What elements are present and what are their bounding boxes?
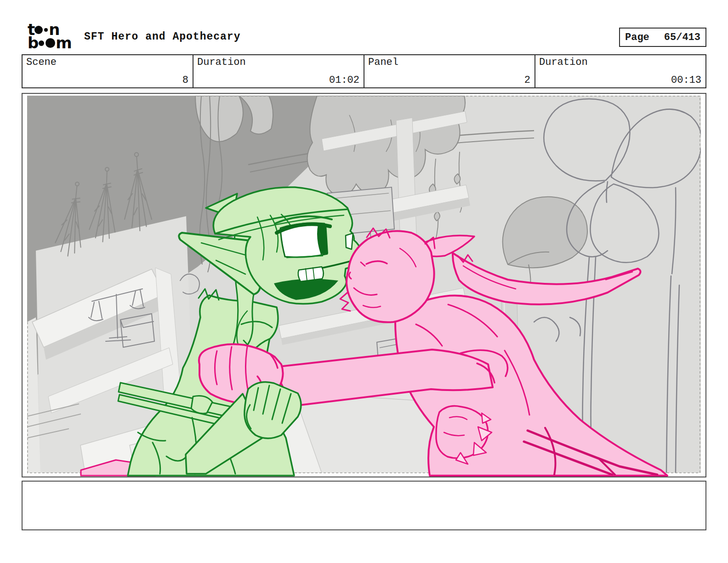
page-label: Page [625,32,649,43]
scene-duration-cell: Duration 01:02 [193,55,364,87]
page-value: 65/413 [664,32,700,43]
caption-text [23,482,705,489]
duration-label: Duration [539,57,588,68]
caption-box [22,481,706,530]
scene-value: 8 [182,75,188,86]
duration-label: Duration [197,57,246,68]
green-character-teeth [298,267,324,282]
panel-label: Panel [368,57,398,68]
panel-info-table: Scene 8 Duration 01:02 Panel 2 Duration … [22,54,706,88]
logo-dot-icon [44,28,48,32]
project-title: SFT Hero and Apothecary [84,31,240,43]
toonboom-logo: tn bm [28,23,87,50]
logo-dot-icon [46,38,55,48]
logo-dot-icon [39,40,44,46]
storyboard-drawing [27,96,701,477]
storyboard-panel-frame [22,93,706,477]
logo-letter: m [56,36,71,50]
page-number-box: Page 65/413 [619,28,706,47]
duration-value: 00:13 [671,75,701,86]
logo-letter: b [28,36,38,50]
logo-line-2: bm [28,36,87,50]
scene-cell: Scene 8 [23,55,193,87]
duration-value: 01:02 [329,75,359,86]
logo-dot-icon [34,26,43,34]
panel-duration-cell: Duration 00:13 [535,55,705,87]
panel-value: 2 [524,75,530,86]
scene-label: Scene [26,57,57,68]
panel-cell: Panel 2 [364,55,535,87]
